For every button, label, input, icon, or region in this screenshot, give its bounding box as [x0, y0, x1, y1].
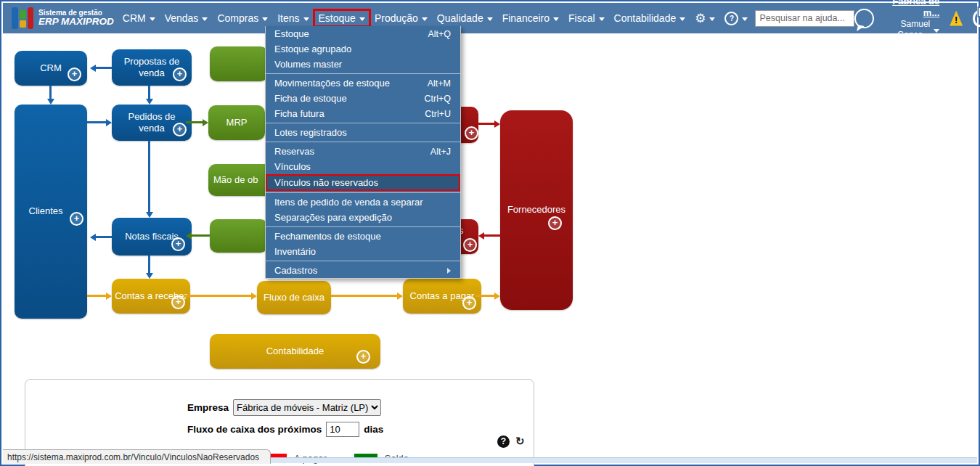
help-menu[interactable]: ?: [724, 12, 748, 25]
menu-item-volumes-master[interactable]: Volumes master: [266, 57, 460, 72]
plus-icon[interactable]: +: [70, 212, 83, 226]
menu-item-reservas[interactable]: ReservasAlt+J: [266, 144, 460, 159]
menu-item-label: Fechamentos de estoque: [274, 231, 381, 242]
menu-item-label: Vínculos: [274, 161, 311, 172]
flow-node-contas-a-pagar[interactable]: Contas a pagar +: [403, 279, 481, 314]
flow-node-contabilidade[interactable]: Contabilidade +: [210, 334, 380, 369]
plus-icon[interactable]: +: [462, 296, 476, 310]
flow-arrow: [478, 123, 494, 125]
dias-input[interactable]: [326, 422, 359, 437]
menu-separator: [266, 142, 460, 142]
refresh-icon[interactable]: ↻: [515, 435, 525, 448]
flow-node-crm[interactable]: CRM +: [15, 51, 87, 86]
nav-contabilidade[interactable]: Contabilidade: [614, 12, 686, 24]
help-icon[interactable]: ?: [497, 436, 510, 448]
warning-icon[interactable]: !: [950, 11, 963, 26]
menu-item-vinculos-nao-reservados[interactable]: Vínculos não reservados: [266, 174, 460, 191]
menu-item-lotes-registrados[interactable]: Lotes registrados: [266, 125, 460, 140]
menu-item-vinculos[interactable]: Vínculos: [266, 159, 460, 174]
plus-icon[interactable]: +: [356, 350, 370, 364]
nav-qualidade[interactable]: Qualidade: [437, 12, 493, 24]
settings-menu[interactable]: ⚙: [695, 11, 715, 26]
menu-item-movimentacoes-de-estoque[interactable]: Movimentações de estoqueAlt+M: [266, 75, 460, 91]
chevron-down-icon: [709, 17, 715, 21]
nav-itens[interactable]: Itens: [277, 12, 309, 24]
plus-icon[interactable]: +: [68, 68, 81, 81]
chevron-down-icon: [422, 17, 428, 21]
chevron-down-icon: [599, 17, 605, 21]
nav-compras[interactable]: Compras: [217, 12, 268, 24]
menu-item-itens-de-pedido-de-venda-a-separar[interactable]: Itens de pedido de venda a separar: [266, 195, 460, 210]
flow-node-propostas-de-venda[interactable]: Propostas de venda +: [112, 49, 192, 86]
flow-node-pedidos-de-venda[interactable]: Pedidos de venda +: [112, 105, 192, 141]
flow-node-green-hidden-mid[interactable]: [210, 219, 268, 253]
empresa-select[interactable]: Fábrica de móveis - Matriz (LP): [233, 399, 381, 416]
flow-node-fornecedores[interactable]: Fornecedores +: [500, 110, 573, 310]
plus-icon[interactable]: +: [465, 126, 478, 140]
brand-name: ERP MAXIPROD: [38, 17, 114, 28]
submenu-arrow-icon: [447, 268, 451, 274]
brand-text: Sistema de gestão ERP MAXIPROD: [38, 9, 114, 28]
plus-icon[interactable]: +: [463, 238, 477, 252]
user-menu[interactable]: Samuel Gonça...: [884, 19, 939, 41]
plus-icon[interactable]: +: [171, 295, 185, 309]
main-menu: CRM Vendas Compras Itens Estoque Produçã…: [123, 11, 748, 26]
flow-node-notas-fiscais[interactable]: Notas fiscais +: [112, 218, 192, 256]
estoque-dropdown-menu: EstoqueAlt+Q Estoque agrupado Volumes ma…: [265, 26, 461, 279]
menu-item-separacoes-para-expedicao[interactable]: Separações para expedição: [266, 210, 460, 225]
flow-node-mao-de-obra[interactable]: Mão de ob: [208, 164, 273, 196]
nav-vendas[interactable]: Vendas: [165, 12, 208, 24]
nav-label: Itens: [277, 12, 299, 24]
nav-fiscal[interactable]: Fiscal: [568, 12, 605, 24]
menu-item-cadastros[interactable]: Cadastros: [266, 263, 460, 278]
flow-arrow: [484, 234, 500, 237]
flow-node-mrp[interactable]: MRP: [208, 105, 265, 140]
nav-label: Financeiro: [502, 12, 550, 24]
chevron-down-icon: [553, 17, 559, 21]
menu-separator: [266, 192, 460, 193]
menu-item-estoque[interactable]: EstoqueAlt+Q: [266, 26, 460, 41]
plus-icon[interactable]: +: [548, 216, 562, 230]
chevron-down-icon: [742, 17, 748, 21]
plus-icon[interactable]: +: [173, 68, 187, 81]
flow-node-fluxo-de-caixa[interactable]: Fluxo de caixa: [257, 281, 331, 314]
plus-icon[interactable]: +: [171, 237, 185, 251]
shortcut-label: Ctrl+U: [425, 109, 451, 119]
menu-item-ficha-futura[interactable]: Ficha futuraCtrl+U: [266, 106, 460, 121]
menu-item-inventario[interactable]: Inventário: [266, 244, 460, 259]
menu-item-estoque-agrupado[interactable]: Estoque agrupado: [266, 41, 460, 57]
nav-label: CRM: [123, 12, 146, 24]
nav-estoque[interactable]: Estoque: [313, 9, 371, 28]
menu-item-ficha-de-estoque[interactable]: Ficha de estoqueCtrl+Q: [266, 91, 460, 106]
menu-separator: [266, 261, 460, 261]
nav-producao[interactable]: Produção: [375, 12, 428, 24]
account-area: Fábrica de m... Samuel Gonça...: [884, 0, 939, 41]
help-icon: ?: [724, 12, 738, 25]
node-label: Mão de ob: [213, 174, 258, 186]
plus-icon[interactable]: +: [173, 123, 187, 136]
chevron-down-icon: [487, 17, 493, 21]
company-link[interactable]: Fábrica de m...: [884, 0, 939, 19]
flow-node-contas-a-receber[interactable]: Contas a receber +: [112, 279, 190, 314]
flow-arrow: [475, 295, 494, 297]
menu-item-label: Reservas: [274, 146, 314, 157]
flow-arrow: [184, 295, 251, 297]
flow-arrow: [49, 86, 52, 99]
chat-icon[interactable]: [854, 9, 873, 28]
flow-arrow: [148, 256, 150, 273]
power-logout-icon[interactable]: [973, 10, 980, 27]
flow-arrow: [148, 86, 150, 99]
nav-label: Vendas: [165, 12, 199, 24]
menu-item-fechamentos-de-estoque[interactable]: Fechamentos de estoque: [266, 229, 460, 244]
fluxo-dias-label: Fluxo de caixa dos próximos: [187, 424, 322, 435]
menu-item-label: Inventário: [274, 246, 316, 257]
nav-crm[interactable]: CRM: [123, 12, 155, 24]
search-input[interactable]: [755, 10, 854, 27]
flow-arrow: [192, 234, 210, 237]
nav-label: Estoque: [319, 12, 356, 24]
menu-item-label: Itens de pedido de venda a separar: [274, 197, 423, 208]
flow-arrow: [331, 295, 397, 297]
flow-node-green-hidden-top[interactable]: [210, 46, 268, 81]
nav-financeiro[interactable]: Financeiro: [502, 12, 559, 24]
flow-node-clientes[interactable]: Clientes +: [15, 105, 87, 319]
